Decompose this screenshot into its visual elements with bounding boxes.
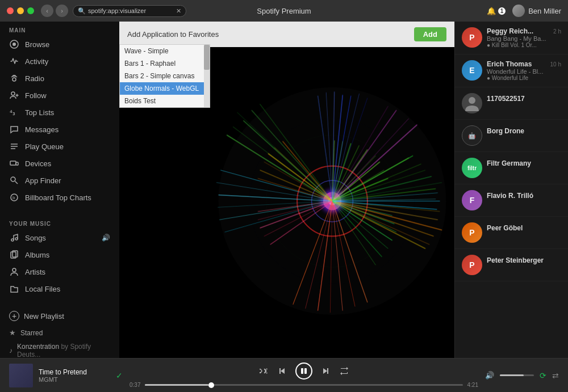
viz-item-bars-raphael[interactable]: Bars 1 - Raphael xyxy=(120,57,210,70)
star-icon: ★ xyxy=(9,328,16,337)
sidebar-item-app-finder[interactable]: App Finder xyxy=(0,172,119,189)
svg-rect-9 xyxy=(16,162,18,165)
friend-avatar-borg: 🤖 xyxy=(462,125,482,146)
toplists-icon: ⁴₃ xyxy=(9,107,19,117)
artists-icon xyxy=(9,267,19,277)
volume-icon[interactable]: 🔊 xyxy=(485,371,494,380)
volume-bar[interactable] xyxy=(500,374,534,376)
sidebar-item-artists[interactable]: Artists xyxy=(0,263,119,280)
playlist-starred[interactable]: ★ Starred xyxy=(0,326,119,340)
albums-icon xyxy=(9,250,19,260)
songs-icon xyxy=(9,233,19,243)
sidebar-item-devices[interactable]: Devices xyxy=(0,155,119,172)
viz-item-bars-simple-canvas[interactable]: Bars 2 - Simple canvas xyxy=(120,70,210,82)
add-button[interactable]: Add xyxy=(414,27,446,41)
plus-icon: + xyxy=(9,311,19,321)
sidebar-item-follow[interactable]: Follow xyxy=(0,87,119,104)
friend-item-flavio[interactable]: F Flavio R. Trilló xyxy=(455,184,568,217)
viz-item-wave-simple[interactable]: Wave - Simple xyxy=(120,45,210,57)
current-time: 0:37 xyxy=(130,382,140,388)
sidebar-item-local-files[interactable]: Local Files xyxy=(0,280,119,297)
spotify-connect-icon[interactable]: ⟳ xyxy=(540,371,546,380)
sidebar-item-messages[interactable]: Messages xyxy=(0,121,119,138)
titlebar-right: 🔔 1 Ben Miller xyxy=(487,5,561,17)
album-art xyxy=(9,364,33,387)
friend-item-erich[interactable]: E Erich Thomas 10 h Wonderful Life - Bl.… xyxy=(455,54,568,87)
friend-item-peter[interactable]: P Peter Steinberger xyxy=(455,249,568,281)
main-layout: MAIN Browse Activity Radio Follow xyxy=(0,22,568,358)
playlist-konzentration[interactable]: ♪ Konzentration by Spotify Deuts... xyxy=(0,340,119,358)
clear-icon[interactable]: ✕ xyxy=(176,7,181,15)
search-input[interactable] xyxy=(88,7,176,14)
search-bar[interactable]: 🔍 ✕ xyxy=(73,5,186,17)
progress-row: 0:37 4:21 xyxy=(130,382,478,388)
friend-item-anon[interactable]: 1170522517 xyxy=(455,87,568,120)
friend-info-peer: Peer Göbel xyxy=(487,222,561,233)
volume-fill xyxy=(500,374,524,376)
notif-count: 1 xyxy=(498,7,506,15)
prev-button[interactable] xyxy=(277,366,286,376)
sidebar-item-albums[interactable]: Albums xyxy=(0,246,119,263)
svg-line-11 xyxy=(15,182,18,184)
friend-item-filtr[interactable]: filtr Filtr Germany xyxy=(455,152,568,184)
friend-avatar-peggy: P xyxy=(462,27,482,48)
radio-icon xyxy=(9,73,19,83)
new-playlist-button[interactable]: + New Playlist xyxy=(0,306,119,326)
friend-avatar-erich: E xyxy=(462,60,482,81)
playback-bar: Time to Pretend MGMT ✓ 0:37 xyxy=(0,358,568,392)
friend-item-peer[interactable]: P Peer Göbel xyxy=(455,217,568,249)
friend-item-peggy[interactable]: P Peggy Reich... 2 h Bang Bang - My Ba..… xyxy=(455,22,568,54)
titlebar: ‹ › 🔍 ✕ Spotify Premium 🔔 1 Ben Miller xyxy=(0,0,568,22)
bell-icon: 🔔 xyxy=(487,7,496,15)
queue-icon-bar[interactable]: ⇄ xyxy=(552,371,559,380)
sidebar-item-activity[interactable]: Activity xyxy=(0,53,119,70)
main-section-label: MAIN xyxy=(0,22,119,36)
sidebar-item-top-lists[interactable]: ⁴₃ Top Lists xyxy=(0,104,119,121)
playing-icon: 🔊 xyxy=(102,234,110,242)
svg-text:b: b xyxy=(12,195,15,200)
user-area[interactable]: Ben Miller xyxy=(512,5,561,17)
right-panel: P Peggy Reich... 2 h Bang Bang - My Ba..… xyxy=(454,22,568,358)
viz-item-globe-normals[interactable]: Globe Normals - WebGL xyxy=(120,82,210,95)
localfiles-icon xyxy=(9,284,19,294)
track-title: Time to Pretend xyxy=(39,368,110,376)
devices-icon xyxy=(9,158,19,168)
browse-icon xyxy=(9,39,19,49)
add-app-dialog: Add Application to Favorites Add xyxy=(119,22,454,47)
svg-point-2 xyxy=(12,78,16,81)
shuffle-button[interactable] xyxy=(259,366,268,376)
viz-scrollbar-thumb xyxy=(204,45,210,70)
user-avatar xyxy=(512,5,525,17)
progress-fill xyxy=(145,384,208,386)
forward-button[interactable]: › xyxy=(56,5,68,17)
search-icon: 🔍 xyxy=(78,7,86,15)
window-controls xyxy=(7,7,34,14)
svg-rect-104 xyxy=(304,368,307,374)
friend-avatar-anon xyxy=(462,93,482,113)
friend-avatar-peter: P xyxy=(462,255,482,275)
sidebar-item-browse[interactable]: Browse xyxy=(0,36,119,53)
friend-item-borg[interactable]: 🤖 Borg Drone xyxy=(455,120,568,152)
next-button[interactable] xyxy=(321,366,331,376)
sidebar-item-play-queue[interactable]: Play Queue xyxy=(0,138,119,155)
your-music-label: YOUR MUSIC xyxy=(0,215,119,229)
svg-rect-8 xyxy=(10,161,16,165)
viz-scrollbar[interactable] xyxy=(204,45,210,107)
play-pause-button[interactable] xyxy=(295,363,312,380)
now-playing: Time to Pretend MGMT ✓ xyxy=(9,364,123,387)
progress-bar[interactable] xyxy=(145,384,462,386)
sidebar-item-radio[interactable]: Radio xyxy=(0,70,119,87)
sidebar-item-billboard[interactable]: b Billboard Top Charts xyxy=(0,189,119,206)
friend-info-peter: Peter Steinberger xyxy=(487,255,561,265)
close-button[interactable] xyxy=(7,7,14,14)
repeat-button[interactable] xyxy=(340,366,349,376)
back-button[interactable]: ‹ xyxy=(41,5,53,17)
minimize-button[interactable] xyxy=(17,7,24,14)
svg-text:⁴₃: ⁴₃ xyxy=(10,109,15,117)
notifications[interactable]: 🔔 1 xyxy=(487,7,506,15)
visualizer-list: Wave - Simple Bars 1 - Raphael Bars 2 - … xyxy=(119,44,210,108)
save-checkmark[interactable]: ✓ xyxy=(116,371,123,380)
sidebar-item-songs[interactable]: Songs 🔊 xyxy=(0,229,119,246)
maximize-button[interactable] xyxy=(27,7,34,14)
viz-item-boids-test[interactable]: Boids Test xyxy=(120,95,210,107)
